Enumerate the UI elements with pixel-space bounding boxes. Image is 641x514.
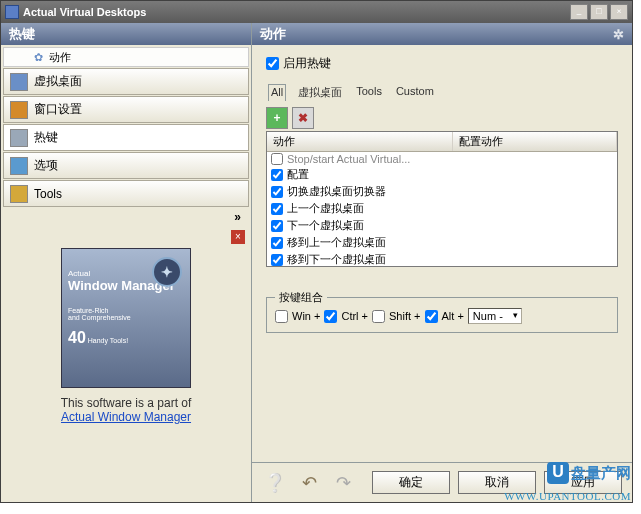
table-row[interactable]: 下一个虚拟桌面 [267,217,617,234]
nav-list: ✿ 动作 虚拟桌面 窗口设置 热键 选项 Tools » [1,45,251,228]
tab-virtual-desktop[interactable]: 虚拟桌面 [296,84,344,101]
table-row[interactable]: 切换虚拟桌面切换器 [267,183,617,200]
nav-sub-label: 动作 [49,50,71,65]
key-combo-group: 按键组合 Win + Ctrl + Shift + Alt + Num - [266,297,618,333]
promo-close-button[interactable]: × [231,230,245,244]
right-panel: 动作 ✲ 启用热键 All 虚拟桌面 Tools Custom + ✖ [252,23,632,502]
row-checkbox[interactable] [271,220,283,232]
promo-num: 40 [68,329,86,346]
app-icon [5,5,19,19]
promo-tag: Handy Tools! [88,337,128,344]
tools-icon [10,185,28,203]
watermark-text: 盘量产网 [571,464,631,483]
col-config[interactable]: 配置动作 [453,132,617,151]
promo-text: This software is a part of [61,396,192,410]
promo-link[interactable]: Actual Window Manager [61,410,191,424]
num-select[interactable]: Num - [468,308,522,324]
nav-label: 窗口设置 [34,101,82,118]
help-icon[interactable]: ❔ [262,470,288,496]
row-label: 移到下一个虚拟桌面 [287,252,386,267]
table-row[interactable]: 上一个虚拟桌面 [267,200,617,217]
action-icon: ✿ [34,51,43,64]
win-label: Win + [292,310,320,322]
nav-item-options[interactable]: 选项 [3,152,249,179]
enable-hotkey-checkbox[interactable]: 启用热键 [266,55,618,72]
shift-checkbox[interactable] [372,310,385,323]
row-label: 切换虚拟桌面切换器 [287,184,386,199]
win-checkbox[interactable] [275,310,288,323]
promo-tag: and Comprehensive [68,314,131,321]
watermark-logo-icon: U [547,462,569,484]
window-title: Actual Virtual Desktops [23,6,146,18]
row-label: Stop/start Actual Virtual... [287,153,410,165]
table-header: 动作 配置动作 [267,132,617,152]
nav-item-hotkeys[interactable]: 热键 [3,124,249,151]
promo-tag: Feature-Rich [68,307,108,314]
nav-label: 虚拟桌面 [34,73,82,90]
alt-label: Alt + [442,310,464,322]
alt-checkbox[interactable] [425,310,438,323]
actions-table: 动作 配置动作 Stop/start Actual Virtual...配置切换… [266,131,618,267]
enable-hotkey-input[interactable] [266,57,279,70]
table-body: Stop/start Actual Virtual...配置切换虚拟桌面切换器上… [267,152,617,267]
row-checkbox[interactable] [271,203,283,215]
product-logo-icon: ✦ [152,257,182,287]
maximize-button[interactable]: □ [590,4,608,20]
right-header-title: 动作 [260,25,286,43]
row-checkbox[interactable] [271,254,283,266]
watermark: U 盘量产网 [547,462,631,484]
group-title: 按键组合 [275,290,327,305]
titlebar[interactable]: Actual Virtual Desktops _ □ × [1,1,632,23]
undo-icon[interactable]: ↶ [296,470,322,496]
row-label: 移到上一个虚拟桌面 [287,235,386,250]
delete-button[interactable]: ✖ [292,107,314,129]
promo-area: × ✦ Actual Window Manager Feature-Rich a… [1,228,251,502]
nav-label: 热键 [34,129,58,146]
add-button[interactable]: + [266,107,288,129]
table-row[interactable]: Stop/start Actual Virtual... [267,152,617,166]
table-toolbar: + ✖ [266,105,618,131]
watermark-url: WWW.UPANTOOL.COM [504,490,631,502]
ctrl-label: Ctrl + [341,310,368,322]
nav-label: 选项 [34,157,58,174]
expand-toggle[interactable]: » [3,208,249,226]
table-row[interactable]: 配置 [267,166,617,183]
app-window: Actual Virtual Desktops _ □ × 热键 ✿ 动作 虚拟… [0,0,633,503]
close-button[interactable]: × [610,4,628,20]
row-checkbox[interactable] [271,237,283,249]
tab-all[interactable]: All [268,84,286,101]
row-label: 上一个虚拟桌面 [287,201,364,216]
row-checkbox[interactable] [271,153,283,165]
desktop-icon [10,73,28,91]
col-action[interactable]: 动作 [267,132,453,151]
enable-hotkey-label: 启用热键 [283,55,331,72]
right-header: 动作 ✲ [252,23,632,45]
nav-label: Tools [34,187,62,201]
nav-item-window-settings[interactable]: 窗口设置 [3,96,249,123]
table-row[interactable]: 移到上一个虚拟桌面 [267,234,617,251]
row-checkbox[interactable] [271,169,283,181]
redo-icon[interactable]: ↷ [330,470,356,496]
filter-tabs: All 虚拟桌面 Tools Custom [266,84,618,101]
row-label: 配置 [287,167,309,182]
window-icon [10,101,28,119]
nav-item-tools[interactable]: Tools [3,180,249,207]
row-checkbox[interactable] [271,186,283,198]
nav-item-virtual-desktop[interactable]: 虚拟桌面 [3,68,249,95]
ctrl-checkbox[interactable] [324,310,337,323]
shift-label: Shift + [389,310,421,322]
product-box: ✦ Actual Window Manager Feature-Rich and… [61,248,191,388]
row-label: 下一个虚拟桌面 [287,218,364,233]
tab-custom[interactable]: Custom [394,84,436,101]
table-row[interactable]: 移到下一个虚拟桌面 [267,251,617,267]
left-panel: 热键 ✿ 动作 虚拟桌面 窗口设置 热键 选项 Tools » × ✦ Actu… [1,23,252,502]
tab-tools[interactable]: Tools [354,84,384,101]
hotkey-icon [10,129,28,147]
ok-button[interactable]: 确定 [372,471,450,494]
nav-sub-action[interactable]: ✿ 动作 [3,47,249,67]
left-header: 热键 [1,23,251,45]
options-icon [10,157,28,175]
minimize-button[interactable]: _ [570,4,588,20]
gear-icon[interactable]: ✲ [613,27,624,42]
